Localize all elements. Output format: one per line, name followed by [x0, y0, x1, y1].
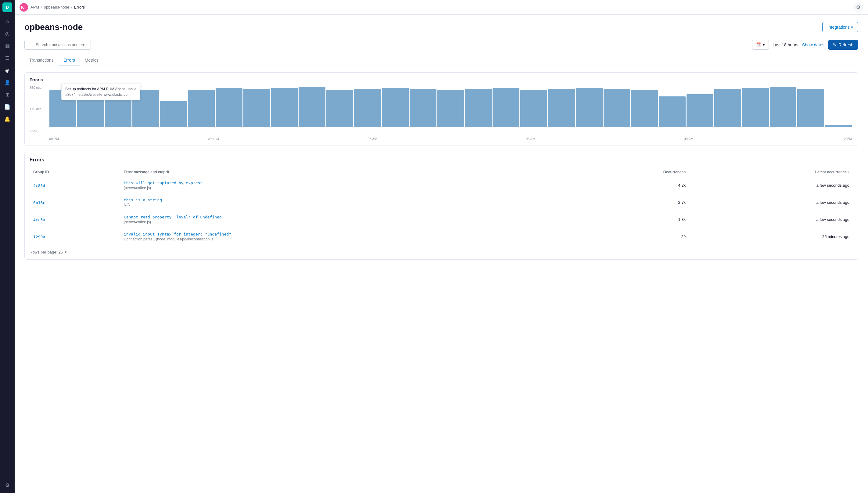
cell-latest: a few seconds ago — [689, 211, 853, 228]
time-range-label: Last 18 hours — [773, 42, 799, 47]
calendar-chevron: ▾ — [763, 42, 765, 47]
cell-latest: a few seconds ago — [689, 177, 853, 194]
search-input[interactable] — [24, 40, 91, 50]
errors-table: Group ID Error message and culprit Occur… — [29, 168, 853, 245]
table-row: 1299a invalid input syntax for integer: … — [29, 228, 853, 245]
cell-error-message: Cannot read property 'level' of undefine… — [120, 211, 573, 228]
cell-occurrences: 4.2k — [572, 177, 689, 194]
cell-group-id: 4cc5a — [29, 211, 120, 228]
errors-section: Errors Group ID Error message and culpri… — [24, 152, 858, 260]
chart-bar — [604, 89, 630, 127]
breadcrumb-apm[interactable]: APM — [30, 5, 39, 9]
chart-bar — [714, 89, 741, 127]
tab-errors[interactable]: Errors — [59, 55, 80, 66]
sidebar-icon-list[interactable]: ☰ — [2, 52, 13, 63]
chart-bar — [520, 90, 547, 127]
page-title: opbeans-node — [24, 22, 83, 32]
sort-icon: ↓ — [848, 170, 850, 174]
error-culprit-text: (server/coffee.js) — [124, 220, 569, 224]
table-header-row: Group ID Error message and culprit Occur… — [29, 168, 853, 177]
error-culprit-text: N/A — [124, 203, 569, 207]
x-label-2: 03 AM — [368, 137, 377, 141]
chart-title: Error o — [29, 78, 853, 82]
search-row: 🔍 📅 ▾ Last 18 hours Show dates ↻ Refresh — [24, 40, 858, 50]
error-message-text: this will get captured by express — [124, 180, 569, 185]
sidebar-icon-users[interactable]: 👤 — [2, 77, 13, 88]
sidebar-icon-home[interactable]: ⌂ — [2, 16, 13, 27]
chart-bar — [687, 94, 713, 127]
integrations-button[interactable]: Integrations ▾ — [822, 22, 858, 33]
chart-bar — [825, 125, 852, 127]
x-label-4: 09 AM — [684, 137, 693, 141]
sidebar-icon-integrations[interactable]: ⊞ — [2, 89, 13, 100]
tab-transactions[interactable]: Transactions — [24, 55, 59, 66]
error-culprit-text: (server/coffee.js) — [124, 186, 569, 190]
page-header: opbeans-node Integrations ▾ — [24, 22, 858, 33]
chart-y-labels: 350 occ. 175 occ. 0 occ. — [29, 86, 46, 132]
chart-bars-area — [48, 86, 853, 127]
chart-bar — [354, 89, 381, 127]
chart-bar — [576, 88, 603, 127]
sidebar-icon-alerts[interactable]: 🔔 — [2, 113, 13, 125]
main-content: K APM / opbeans-node / Errors ⚙ opbeans-… — [15, 0, 868, 493]
breadcrumb-sep-2: / — [71, 5, 72, 9]
x-label-1: Wed 13 — [207, 137, 219, 141]
rows-per-page[interactable]: Rows per page: 25 ▾ — [29, 250, 853, 254]
chart-bar — [243, 89, 270, 127]
bar-chart: 350 occ. 175 occ. 0 occ. 09 PM Wed 13 03… — [29, 86, 853, 141]
chart-bar — [465, 89, 492, 127]
cell-error-message: invalid input syntax for integer: "undef… — [120, 228, 573, 245]
settings-icon[interactable]: ⚙ — [853, 2, 863, 12]
breadcrumb-opbeans[interactable]: opbeans-node — [44, 5, 69, 9]
refresh-label: Refresh — [839, 42, 853, 47]
error-message-text: this is a string — [124, 198, 569, 202]
app-logo[interactable]: D — [2, 2, 12, 12]
sidebar-icon-settings[interactable]: ⚙ — [2, 479, 13, 491]
sidebar-icon-dashboard[interactable]: ▦ — [2, 40, 13, 51]
breadcrumb: APM / opbeans-node / Errors — [30, 5, 85, 9]
chart-x-labels: 09 PM Wed 13 03 AM 06 AM 09 AM 12 PM — [48, 136, 853, 141]
tab-metrics[interactable]: Metrics — [80, 55, 104, 66]
rows-per-page-label: Rows per page: 25 — [29, 250, 63, 254]
sidebar-icon-reports[interactable]: 📄 — [2, 101, 13, 112]
chart-section: Error o Set up redirects for APM RUM Age… — [24, 72, 858, 146]
show-dates-button[interactable]: Show dates — [802, 42, 824, 47]
table-row: 4cc5a Cannot read property 'level' of un… — [29, 211, 853, 228]
group-id-link[interactable]: 0b16c — [33, 200, 45, 205]
chart-bar — [548, 89, 575, 127]
top-nav: K APM / opbeans-node / Errors ⚙ — [15, 0, 868, 15]
chart-bar — [770, 87, 797, 127]
y-label-bot: 0 occ. — [29, 128, 46, 132]
refresh-button[interactable]: ↻ Refresh — [828, 40, 858, 50]
cell-group-id: 4c83d — [29, 177, 120, 194]
chart-bar — [271, 88, 298, 127]
group-id-link[interactable]: 4c83d — [33, 183, 45, 188]
chart-bar — [382, 88, 409, 127]
sidebar-icon-search[interactable]: ◎ — [2, 28, 13, 39]
error-message-text: Cannot read property 'level' of undefine… — [124, 215, 569, 219]
rows-per-page-chevron-icon: ▾ — [65, 250, 67, 254]
breadcrumb-errors: Errors — [74, 5, 85, 9]
chart-bar — [797, 89, 824, 127]
x-label-3: 06 AM — [526, 137, 535, 141]
cell-occurrences: 1.3k — [572, 211, 689, 228]
chart-bar — [216, 88, 243, 127]
cell-occurrences: 2.7k — [572, 194, 689, 211]
sidebar: D ⌂ ◎ ▦ ☰ ◉ 👤 ⊞ 📄 🔔 ⚙ — [0, 0, 15, 493]
chart-bar — [493, 88, 519, 127]
chart-bar — [742, 88, 769, 127]
calendar-button[interactable]: 📅 ▾ — [752, 40, 769, 50]
group-id-link[interactable]: 4cc5a — [33, 217, 45, 222]
sidebar-bottom: ⚙ — [2, 479, 13, 491]
chart-bar — [326, 90, 353, 127]
tooltip-title: Set up redirects for APM RUM Agent · Iss… — [65, 86, 136, 92]
calendar-icon: 📅 — [756, 42, 761, 47]
table-row: 0b16c this is a string N/A 2.7k a few se… — [29, 194, 853, 211]
chart-bar — [188, 90, 215, 127]
chart-bar — [298, 87, 326, 127]
x-label-0: 09 PM — [49, 137, 59, 141]
sidebar-icon-apm[interactable]: ◉ — [2, 65, 13, 76]
x-label-5: 12 PM — [842, 137, 852, 141]
cell-error-message: this is a string N/A — [120, 194, 573, 211]
group-id-link[interactable]: 1299a — [33, 235, 45, 239]
